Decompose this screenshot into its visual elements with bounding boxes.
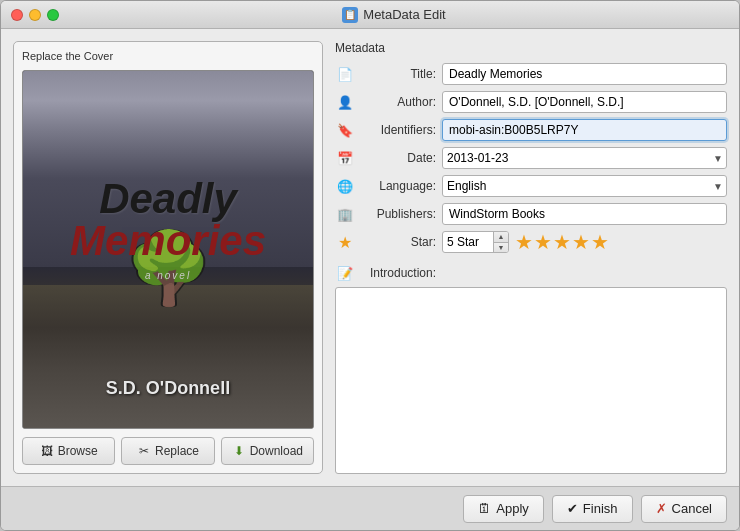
- replace-button[interactable]: ✂ Replace: [121, 437, 214, 465]
- apply-button[interactable]: 🗓 Apply: [463, 495, 544, 523]
- metadata-edit-window: 📋 MetaData Edit Replace the Cover 🌳 Dead…: [0, 0, 740, 531]
- replace-icon: ✂: [137, 444, 151, 458]
- star-4: ★: [572, 232, 590, 252]
- app-icon: 📋: [342, 7, 358, 23]
- author-input[interactable]: [442, 91, 727, 113]
- identifiers-label: Identifiers:: [361, 123, 436, 137]
- metadata-label: Metadata: [335, 41, 727, 55]
- language-row: 🌐 Language: English ▼: [335, 175, 727, 197]
- title-icon: 📄: [335, 64, 355, 84]
- publishers-input[interactable]: [442, 203, 727, 225]
- browse-icon: 🖼: [40, 444, 54, 458]
- title-row: 📄 Title:: [335, 63, 727, 85]
- intro-icon: 📝: [335, 263, 355, 283]
- publishers-icon: 🏢: [335, 204, 355, 224]
- identifiers-input[interactable]: [442, 119, 727, 141]
- cancel-label: Cancel: [672, 501, 712, 516]
- cover-image-area: 🌳 Deadly Memories a novel S.D. O'Donnell: [22, 70, 314, 429]
- left-panel: Replace the Cover 🌳 Deadly Memories a no…: [13, 41, 323, 474]
- star-label: Star:: [361, 235, 436, 249]
- star-row: ★ Star: ▲ ▼ ★ ★ ★: [335, 231, 727, 253]
- date-select-wrapper: 2013-01-23 ▼: [442, 147, 727, 169]
- title-input[interactable]: [442, 63, 727, 85]
- cancel-button[interactable]: ✗ Cancel: [641, 495, 727, 523]
- star-field: ▲ ▼ ★ ★ ★ ★ ★: [442, 231, 727, 253]
- bottom-bar: 🗓 Apply ✔ Finish ✗ Cancel: [1, 486, 739, 530]
- title-text: MetaData Edit: [363, 7, 445, 22]
- star-input[interactable]: [443, 231, 493, 253]
- identifiers-icon: 🔖: [335, 120, 355, 140]
- download-button[interactable]: ⬇ Download: [221, 437, 314, 465]
- browse-button[interactable]: 🖼 Browse: [22, 437, 115, 465]
- cover-panel: Replace the Cover 🌳 Deadly Memories a no…: [13, 41, 323, 474]
- star-3: ★: [553, 232, 571, 252]
- author-label: Author:: [361, 95, 436, 109]
- intro-label-row: 📝 Introduction:: [335, 263, 727, 283]
- star-spinners: ▲ ▼: [493, 231, 508, 253]
- apply-label: Apply: [496, 501, 529, 516]
- cover-subtitle: a novel: [33, 270, 303, 281]
- cancel-icon: ✗: [656, 501, 667, 516]
- cover-panel-label: Replace the Cover: [22, 50, 314, 62]
- cover-text: Deadly Memories a novel: [23, 178, 313, 281]
- date-label: Date:: [361, 151, 436, 165]
- title-label: Title:: [361, 67, 436, 81]
- finish-icon: ✔: [567, 501, 578, 516]
- apply-icon: 🗓: [478, 501, 491, 516]
- intro-label: Introduction:: [361, 266, 436, 280]
- window-title: 📋 MetaData Edit: [59, 7, 729, 23]
- introduction-area: 📝 Introduction:: [335, 263, 727, 474]
- star-decrement-button[interactable]: ▼: [494, 243, 508, 254]
- book-cover: 🌳 Deadly Memories a novel S.D. O'Donnell: [23, 71, 313, 428]
- maximize-button[interactable]: [47, 9, 59, 21]
- identifiers-row: 🔖 Identifiers:: [335, 119, 727, 141]
- star-input-wrapper: ▲ ▼: [442, 231, 509, 253]
- language-icon: 🌐: [335, 176, 355, 196]
- download-icon: ⬇: [232, 444, 246, 458]
- right-panel: Metadata 📄 Title: 👤 Author: 🔖 Id: [335, 41, 727, 474]
- introduction-textarea[interactable]: [335, 287, 727, 474]
- minimize-button[interactable]: [29, 9, 41, 21]
- author-row: 👤 Author:: [335, 91, 727, 113]
- titlebar: 📋 MetaData Edit: [1, 1, 739, 29]
- star-2: ★: [534, 232, 552, 252]
- publishers-label: Publishers:: [361, 207, 436, 221]
- close-button[interactable]: [11, 9, 23, 21]
- date-select[interactable]: 2013-01-23: [442, 147, 727, 169]
- main-content: Replace the Cover 🌳 Deadly Memories a no…: [1, 29, 739, 486]
- finish-button[interactable]: ✔ Finish: [552, 495, 633, 523]
- language-select[interactable]: English: [442, 175, 727, 197]
- finish-label: Finish: [583, 501, 618, 516]
- language-label: Language:: [361, 179, 436, 193]
- publishers-row: 🏢 Publishers:: [335, 203, 727, 225]
- language-select-wrapper: English ▼: [442, 175, 727, 197]
- stars-display: ★ ★ ★ ★ ★: [515, 232, 609, 252]
- cover-title-line2: Memories: [33, 220, 303, 262]
- traffic-lights: [11, 9, 59, 21]
- star-increment-button[interactable]: ▲: [494, 231, 508, 243]
- star-5: ★: [591, 232, 609, 252]
- date-icon: 📅: [335, 148, 355, 168]
- date-row: 📅 Date: 2013-01-23 ▼: [335, 147, 727, 169]
- author-icon: 👤: [335, 92, 355, 112]
- cover-buttons: 🖼 Browse ✂ Replace ⬇ Download: [22, 437, 314, 465]
- form-rows: 📄 Title: 👤 Author: 🔖 Identifiers:: [335, 63, 727, 474]
- cover-title-line1: Deadly: [33, 178, 303, 220]
- cover-author: S.D. O'Donnell: [23, 378, 313, 399]
- star-icon: ★: [335, 232, 355, 252]
- star-1: ★: [515, 232, 533, 252]
